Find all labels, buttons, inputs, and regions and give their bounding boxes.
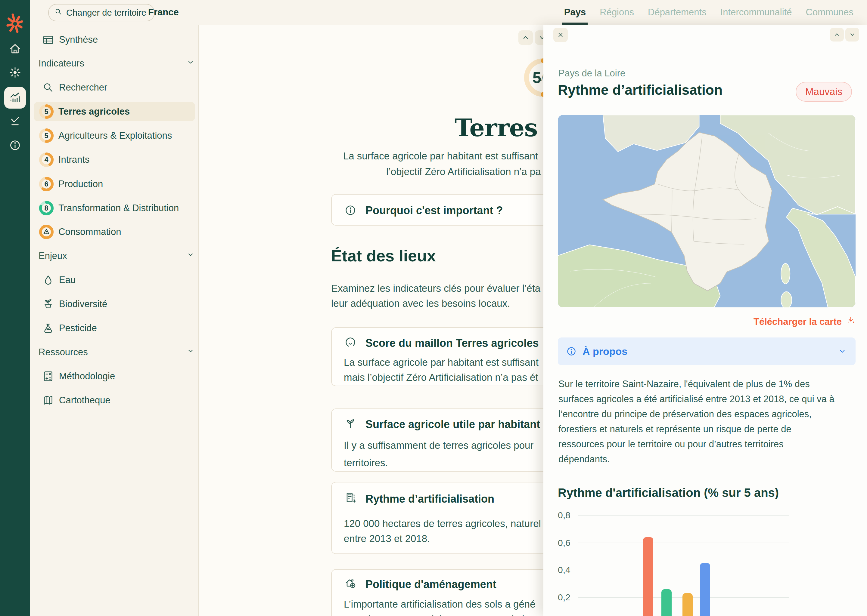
section-label: Ressources <box>39 347 88 358</box>
sidebar-item-label: Biodiversité <box>59 299 107 310</box>
intro-line: l’objectif Zéro Artificialisation n’a pa <box>386 166 541 178</box>
artificialisation-chart: 0,8 0,6 0,4 0,2 <box>558 511 790 616</box>
sidebar-item-label: Terres agricoles <box>58 106 130 117</box>
gridline <box>578 543 789 543</box>
card-line: en ménages et emplois pour votre territo… <box>344 614 533 616</box>
tab-pays[interactable]: Pays <box>564 0 586 25</box>
sidebar-item-label: Cartotheque <box>59 395 110 406</box>
chevron-down-icon <box>186 347 195 358</box>
sidebar-section-ressources[interactable]: Ressources <box>39 343 195 362</box>
chart-bar <box>643 537 653 616</box>
card-title: Rythme d’artificialisation <box>366 493 494 505</box>
panel-prev-button[interactable] <box>830 28 844 41</box>
sidebar-item-methodologie[interactable]: Méthodologie <box>34 367 195 386</box>
sidebar-section-indicateurs[interactable]: Indicateurs <box>39 54 195 73</box>
sidebar-item-label: Agriculteurs & Exploitations <box>58 130 172 141</box>
y-axis-tick: 0,6 <box>558 538 574 548</box>
sidebar-item-agriculteurs[interactable]: 5 Agriculteurs & Exploitations <box>34 126 195 145</box>
sidebar-section-enjeux[interactable]: Enjeux <box>39 246 195 266</box>
sidebar-item-label: Production <box>58 179 103 190</box>
home-icon[interactable] <box>4 38 26 60</box>
status-badge: Mauvais <box>796 82 852 102</box>
sidebar-nav: Synthèse Indicateurs Rechercher 5 Terres… <box>30 25 199 616</box>
gridline <box>578 515 789 515</box>
chart-bar <box>661 589 672 616</box>
panel-territory: Pays de la Loire <box>558 68 625 79</box>
card-line: entre 2013 et 2018. <box>344 533 430 544</box>
svg-text:8: 8 <box>44 204 48 212</box>
map-icon <box>41 394 55 407</box>
sidebar-item-biodiversite[interactable]: Biodiversité <box>34 294 195 314</box>
sidebar-item-synthese[interactable]: Synthèse <box>34 30 195 49</box>
tab-intercommunalite[interactable]: Intercommunalité <box>720 0 792 25</box>
panel-title: Rythme d’artificialisation <box>558 82 722 98</box>
sidebar-item-cartotheque[interactable]: Cartotheque <box>34 391 195 410</box>
sidebar-item-eau[interactable]: Eau <box>34 270 195 290</box>
change-territory-button[interactable]: Changer de territoire <box>48 4 155 21</box>
sidebar-item-label: Consommation <box>58 226 121 237</box>
score-ring-badge: 5 <box>39 128 54 143</box>
sidebar-item-consommation[interactable]: Consommation <box>34 222 195 242</box>
sidebar-item-terres-agricoles[interactable]: 5 Terres agricoles <box>34 102 195 121</box>
card-line: 120 000 hectares de terres agricoles, na… <box>344 518 541 530</box>
indicator-detail-panel: Pays de la Loire Rythme d’artificialisat… <box>543 25 867 616</box>
plant-icon <box>41 297 55 311</box>
sidebar-item-label: Pesticide <box>59 323 97 333</box>
info-icon <box>566 346 577 357</box>
tab-communes[interactable]: Communes <box>806 0 854 25</box>
sidebar-item-rechercher[interactable]: Rechercher <box>34 78 195 97</box>
section-label: Enjeux <box>39 251 67 261</box>
search-icon <box>54 8 63 18</box>
table-icon <box>41 33 55 46</box>
sun-icon[interactable] <box>4 62 26 83</box>
score-ring-badge: 4 <box>39 152 54 168</box>
svg-text:5: 5 <box>44 132 48 140</box>
state-line: leur adéquation avec les besoins locaux. <box>331 298 510 309</box>
card-line: territoires. <box>344 457 388 468</box>
gauge-icon <box>344 336 357 350</box>
warning-ring-icon <box>39 224 54 240</box>
state-line: Examinez les indicateurs clés pour évalu… <box>331 283 541 294</box>
panel-next-button[interactable] <box>845 28 859 41</box>
svg-text:4: 4 <box>44 156 48 163</box>
close-panel-button[interactable] <box>553 28 568 42</box>
sidebar-item-label: Intrants <box>58 154 90 165</box>
left-rail <box>0 0 30 616</box>
droplet-icon <box>41 273 55 287</box>
sidebar-item-label: Synthèse <box>59 34 98 45</box>
card-line: L’importante artificialisation des sols … <box>344 599 536 610</box>
section-label: Indicateurs <box>39 58 84 69</box>
france-map[interactable] <box>558 115 856 307</box>
sidebar-item-transformation[interactable]: 8 Transformation & Distribution <box>34 198 195 218</box>
info-icon <box>344 204 357 218</box>
sidebar-item-production[interactable]: 6 Production <box>34 174 195 194</box>
sidebar-item-label: Rechercher <box>59 82 107 93</box>
logo-spark-icon[interactable] <box>4 11 27 37</box>
indicators-chart-icon[interactable] <box>4 87 26 108</box>
scroll-up-button[interactable] <box>519 30 533 45</box>
indicator-description: Sur le territoire Saint-Nazaire, l'équiv… <box>558 377 834 467</box>
search-icon <box>41 81 55 94</box>
change-territory-label: Changer de territoire <box>66 8 146 18</box>
seedling-icon <box>344 417 357 431</box>
y-axis-tick: 0,8 <box>558 511 574 520</box>
chart-bar <box>700 563 710 616</box>
y-axis-tick: 0,4 <box>558 565 574 575</box>
tab-regions[interactable]: Régions <box>600 0 634 25</box>
card-title: Politique d'aménagement <box>366 578 497 591</box>
check-icon[interactable] <box>4 110 26 132</box>
card-title: Score du maillon Terres agricoles <box>366 337 539 349</box>
svg-text:5: 5 <box>44 108 48 115</box>
chart-title: Rythme d'artificialisation (% sur 5 ans) <box>558 486 779 500</box>
sidebar-item-label: Méthodologie <box>59 371 115 382</box>
download-map-link[interactable]: Télécharger la carte <box>754 316 856 328</box>
sidebar-item-label: Transformation & Distribution <box>58 203 179 214</box>
about-accordion[interactable]: À propos <box>558 338 856 365</box>
download-icon <box>846 316 856 328</box>
sidebar-item-intrants[interactable]: 4 Intrants <box>34 150 195 169</box>
tab-departements[interactable]: Départements <box>648 0 706 25</box>
sidebar-item-pesticide[interactable]: Pesticide <box>34 319 195 338</box>
info-icon[interactable] <box>4 134 26 156</box>
score-ring-badge: 6 <box>39 176 54 192</box>
gridline <box>578 570 789 570</box>
